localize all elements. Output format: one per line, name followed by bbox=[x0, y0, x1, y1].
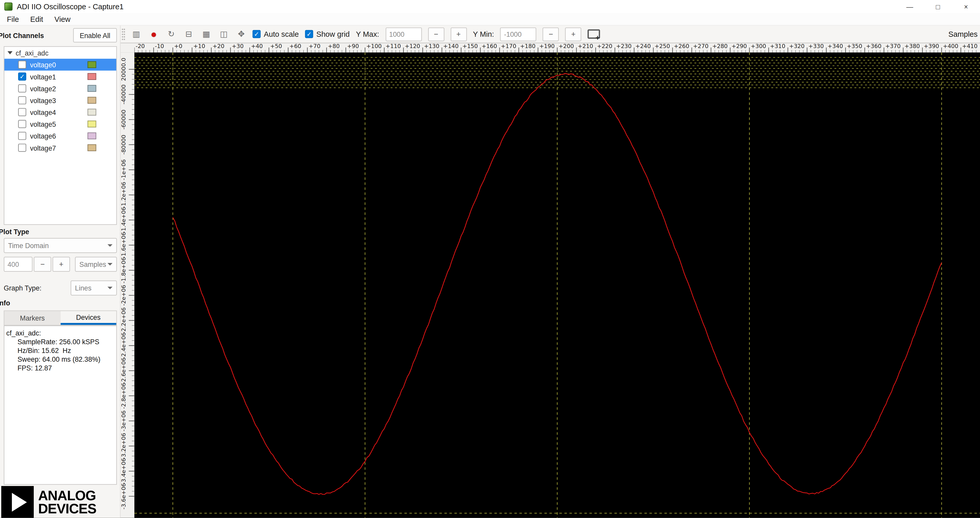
graph-type-label: Graph Type: bbox=[4, 284, 42, 292]
svg-text:+100: +100 bbox=[366, 43, 382, 49]
svg-text:+60: +60 bbox=[290, 43, 301, 49]
channel-row-voltage2[interactable]: voltage2 bbox=[4, 83, 116, 94]
svg-text:+170: +170 bbox=[501, 43, 516, 49]
pan-button[interactable]: ✥ bbox=[236, 28, 247, 40]
channel-color-swatch[interactable] bbox=[88, 121, 96, 127]
svg-text:+30: +30 bbox=[232, 43, 243, 49]
menu-edit[interactable]: Edit bbox=[25, 13, 49, 25]
adi-logo-text: ANALOG DEVICES bbox=[38, 489, 96, 515]
y-min-input[interactable] bbox=[500, 27, 536, 41]
channel-row-voltage7[interactable]: voltage7 bbox=[4, 142, 116, 154]
sample-unit-value: Samples bbox=[80, 261, 106, 268]
svg-text:+10: +10 bbox=[193, 43, 205, 49]
plot-canvas[interactable] bbox=[134, 52, 980, 518]
new-plot-button[interactable]: + bbox=[588, 29, 600, 38]
menu-bar: FileEditView bbox=[0, 13, 980, 26]
plot-type-dropdown[interactable]: Time Domain bbox=[4, 238, 117, 253]
capture-list-icon[interactable]: ▥ bbox=[131, 28, 141, 40]
svg-text:+90: +90 bbox=[347, 43, 359, 49]
toolbar: ▥●↻⊟▦◫✥ ✓ Auto scale ✓ Show grid Y Max: … bbox=[121, 26, 980, 43]
tab-devices[interactable]: Devices bbox=[60, 311, 116, 325]
svg-text:+220: +220 bbox=[597, 43, 612, 49]
channel-color-swatch[interactable] bbox=[88, 144, 96, 151]
close-button[interactable]: × bbox=[952, 0, 980, 13]
channel-checkbox-voltage6[interactable] bbox=[18, 132, 26, 140]
chevron-down-icon bbox=[108, 287, 112, 289]
snapshot-button[interactable]: ◫ bbox=[219, 28, 229, 40]
channel-checkbox-voltage3[interactable] bbox=[18, 96, 26, 104]
menu-file[interactable]: File bbox=[1, 13, 25, 25]
svg-text:+140: +140 bbox=[443, 43, 459, 49]
svg-text:-3.2e+06: -3.2e+06 bbox=[121, 433, 127, 459]
tree-group-label: cf_axi_adc bbox=[16, 49, 49, 57]
device-info-line: Sweep: 64.00 ms (82.38%) bbox=[6, 355, 114, 364]
channel-row-voltage6[interactable]: voltage6 bbox=[4, 130, 116, 141]
plot-type-label: Plot Type bbox=[0, 228, 29, 235]
device-info-line: Hz/Bin: 15.62 Hz bbox=[6, 346, 114, 355]
sample-count-minus-button[interactable]: − bbox=[34, 257, 51, 272]
y-axis-ruler: 20000.0-40000-60000-80000-1e+06-1.2e+06-… bbox=[121, 52, 134, 518]
channel-color-swatch[interactable] bbox=[88, 85, 96, 92]
y-max-input[interactable] bbox=[385, 27, 422, 41]
channel-label: voltage6 bbox=[30, 132, 56, 140]
channel-color-swatch[interactable] bbox=[88, 73, 96, 80]
y-max-minus-button[interactable]: − bbox=[428, 27, 444, 41]
svg-text:+300: +300 bbox=[751, 43, 766, 49]
capture-button[interactable]: ● bbox=[149, 28, 159, 40]
plot-area: -20-10+0+10+20+30+40+50+60+70+80+90+100+… bbox=[121, 43, 980, 518]
svg-text:-1.6e+06: -1.6e+06 bbox=[121, 232, 127, 258]
tree-group-cf_axi_adc[interactable]: cf_axi_adc bbox=[4, 47, 116, 59]
svg-text:-1.4e+06: -1.4e+06 bbox=[121, 207, 127, 233]
info-section-label: Info bbox=[0, 299, 10, 307]
measure-button[interactable]: ⊟ bbox=[184, 28, 194, 40]
y-min-plus-button[interactable]: + bbox=[565, 27, 582, 41]
channel-color-swatch[interactable] bbox=[88, 97, 96, 104]
info-tabbar: MarkersDevices bbox=[4, 311, 117, 326]
svg-text:-2.2e+06: -2.2e+06 bbox=[121, 307, 127, 334]
channel-color-swatch[interactable] bbox=[88, 61, 96, 68]
channel-checkbox-voltage4[interactable] bbox=[18, 108, 26, 116]
sample-count-plus-button[interactable]: + bbox=[52, 257, 70, 272]
channel-checkbox-voltage2[interactable] bbox=[18, 84, 26, 92]
channel-row-voltage1[interactable]: ✓voltage1 bbox=[4, 71, 116, 83]
titlebar: ADI IIO Oscilloscope - Capture1 — □ × bbox=[0, 0, 980, 13]
channel-label: voltage5 bbox=[30, 120, 56, 128]
y-min-minus-button[interactable]: − bbox=[543, 27, 559, 41]
svg-text:+120: +120 bbox=[405, 43, 420, 49]
enable-all-button[interactable]: Enable All bbox=[73, 28, 117, 43]
graph-type-dropdown[interactable]: Lines bbox=[71, 280, 117, 296]
refresh-button[interactable]: ↻ bbox=[166, 28, 176, 40]
show-grid-checkbox[interactable]: ✓ bbox=[305, 30, 313, 38]
channel-color-swatch[interactable] bbox=[88, 109, 96, 116]
tree-expander-icon[interactable] bbox=[8, 51, 12, 54]
y-max-plus-button[interactable]: + bbox=[450, 27, 466, 41]
channel-row-voltage0[interactable]: voltage0 bbox=[4, 59, 116, 70]
svg-text:+390: +390 bbox=[924, 43, 939, 49]
channel-row-voltage5[interactable]: voltage5 bbox=[4, 118, 116, 130]
tab-markers[interactable]: Markers bbox=[4, 311, 60, 325]
svg-text:-1.8e+06: -1.8e+06 bbox=[121, 257, 127, 283]
channel-checkbox-voltage1[interactable]: ✓ bbox=[18, 73, 26, 81]
svg-text:-2e+06: -2e+06 bbox=[121, 285, 127, 306]
menu-view[interactable]: View bbox=[49, 13, 76, 25]
svg-text:+40: +40 bbox=[251, 43, 263, 49]
channel-label: voltage2 bbox=[30, 84, 56, 92]
channel-checkbox-voltage5[interactable] bbox=[18, 120, 26, 128]
samples-header-label: Samples bbox=[948, 30, 977, 38]
svg-text:-1e+06: -1e+06 bbox=[121, 159, 127, 180]
maximize-button[interactable]: □ bbox=[924, 0, 952, 13]
sample-unit-dropdown[interactable]: Samples bbox=[75, 257, 117, 272]
toolbar-grip[interactable] bbox=[122, 29, 125, 40]
tile-windows-button[interactable]: ▦ bbox=[201, 28, 211, 40]
channel-row-voltage4[interactable]: voltage4 bbox=[4, 106, 116, 118]
channel-row-voltage3[interactable]: voltage3 bbox=[4, 94, 116, 106]
minimize-button[interactable]: — bbox=[896, 0, 924, 13]
channel-checkbox-voltage7[interactable] bbox=[18, 144, 26, 152]
channel-color-swatch[interactable] bbox=[88, 132, 96, 139]
channel-label: voltage3 bbox=[30, 96, 56, 104]
channel-checkbox-voltage0[interactable] bbox=[18, 61, 26, 69]
sample-count-input[interactable] bbox=[4, 257, 33, 272]
auto-scale-checkbox[interactable]: ✓ bbox=[253, 30, 261, 38]
svg-text:+260: +260 bbox=[674, 43, 689, 49]
svg-text:+200: +200 bbox=[558, 43, 574, 49]
